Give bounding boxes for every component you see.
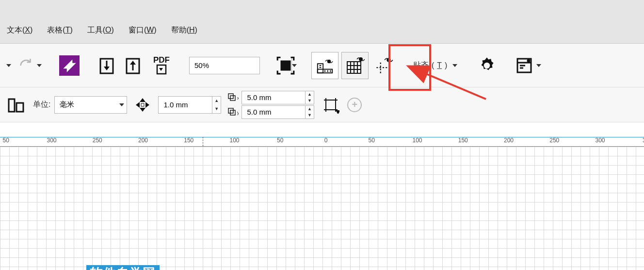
duplicate-distance-group: x ▲▼ y ▲▼ [227,91,314,119]
ruler-label: 100 [412,137,422,144]
svg-rect-38 [9,99,15,112]
snap-label: 贴齐 [413,60,429,70]
svg-rect-11 [281,60,291,70]
menu-window[interactable]: 窗口(W) [129,25,157,35]
rulers-icon [316,56,334,75]
ruler-label: 300 [595,137,605,144]
nudge-distance-field[interactable]: ▲▼ [158,96,221,114]
export-button[interactable] [121,52,145,79]
gear-icon [477,55,497,76]
guides-icon [373,55,394,76]
unit-combo[interactable] [54,96,127,114]
ruler-label: 250 [549,137,559,144]
dup-y-input[interactable] [242,106,305,118]
fullscreen-button[interactable] [274,52,298,79]
main-toolbar: PDF [0,44,644,87]
menu-help[interactable]: 帮助(H) [171,25,197,35]
svg-rect-39 [16,103,23,112]
svg-marker-41 [140,108,145,112]
window-icon [515,56,534,75]
ruler-label: 0 [324,137,328,144]
svg-marker-60 [337,111,339,114]
dup-x-field[interactable]: ▲▼ [242,91,314,104]
launch-button[interactable] [57,52,81,79]
svg-text:y: y [237,110,239,115]
options-button[interactable] [475,52,499,79]
app-launcher-button[interactable] [513,52,543,79]
menu-label: 窗口 [129,26,144,34]
fullscreen-icon [275,55,296,76]
page-orientation-button[interactable] [4,92,27,118]
menu-label: 工具 [87,26,103,34]
unit-label: 单位: [33,100,50,110]
dup-y-spinner[interactable]: ▲▼ [305,106,314,118]
svg-point-30 [484,62,490,68]
crop-marks-button[interactable] [320,92,341,118]
ruler-label: 50 [369,137,375,144]
drawing-canvas[interactable]: 软件自学网 WWW.RJZXW.COM [0,147,644,270]
ruler-label: 50 [3,137,9,144]
crop-icon [322,96,339,114]
add-preset-button[interactable]: + [347,98,362,112]
show-grid-button[interactable] [341,52,369,79]
ruler-label: 100 [229,137,239,144]
svg-marker-42 [136,102,140,108]
ruler-label: 300 [47,137,56,144]
svg-point-35 [528,60,530,62]
svg-marker-40 [140,98,145,102]
ruler-label: 250 [93,137,102,144]
ruler-label: 200 [138,137,148,144]
ruler-label: 150 [184,137,193,144]
dup-x-icon: x [227,93,240,102]
publish-pdf-button[interactable]: PDF [147,52,176,79]
grid-icon [345,56,365,75]
horizontal-ruler[interactable]: 503002502001501005005010015020025030035 [0,137,644,147]
document-grid [0,147,644,270]
import-button[interactable] [95,52,118,79]
nudge-icon-button [133,92,152,118]
menu-text[interactable]: 文本(X) [7,25,32,35]
snap-to-button[interactable]: 贴齐(T) [409,52,461,79]
ruler-cursor-marker [203,137,203,146]
menu-label: 文本 [7,26,22,34]
svg-rect-48 [228,108,233,113]
menu-table[interactable]: 表格(T) [47,25,72,35]
menu-label: 表格 [47,26,63,34]
pdf-icon: PDF [149,55,174,76]
dup-y-icon: y [227,108,240,117]
unit-dropdown[interactable] [117,97,127,113]
dup-x-spinner[interactable]: ▲▼ [305,91,314,104]
svg-marker-43 [145,102,149,108]
import-icon [97,56,116,75]
svg-marker-10 [159,68,163,71]
zoom-combo[interactable] [189,57,260,74]
nudge-distance-input[interactable] [159,97,212,113]
menubar: 文本(X) 表格(T) 工具(O) 窗口(W) 帮助(H) [0,17,644,44]
menu-tools[interactable]: 工具(O) [87,25,114,35]
launch-icon [59,55,80,76]
svg-marker-4 [104,67,110,70]
nudge-spinner[interactable]: ▲▼ [212,97,221,113]
watermark-badge: 软件自学网 WWW.RJZXW.COM [86,265,160,270]
menu-label: 帮助 [171,26,187,34]
svg-text:PDF: PDF [153,55,170,65]
undo-dropdown-caret[interactable] [2,52,13,79]
show-rulers-button[interactable] [311,52,338,79]
export-icon [123,56,143,75]
ruler-label: 50 [277,137,283,144]
svg-rect-51 [326,100,336,110]
unit-input[interactable] [55,97,117,113]
redo-icon [18,57,34,74]
nudge-icon [135,97,150,113]
dup-x-input[interactable] [242,91,305,104]
redo-button[interactable] [16,52,44,79]
watermark-title: 软件自学网 [90,266,156,270]
svg-rect-46 [230,96,235,101]
show-guides-button[interactable] [371,52,396,79]
property-bar: 单位: ▲▼ x ▲▼ [0,87,644,122]
ruler-label: 150 [458,137,468,144]
ruler-label: 200 [504,137,514,144]
dup-y-field[interactable]: ▲▼ [242,105,314,119]
svg-rect-49 [230,110,235,115]
svg-rect-45 [228,94,233,99]
